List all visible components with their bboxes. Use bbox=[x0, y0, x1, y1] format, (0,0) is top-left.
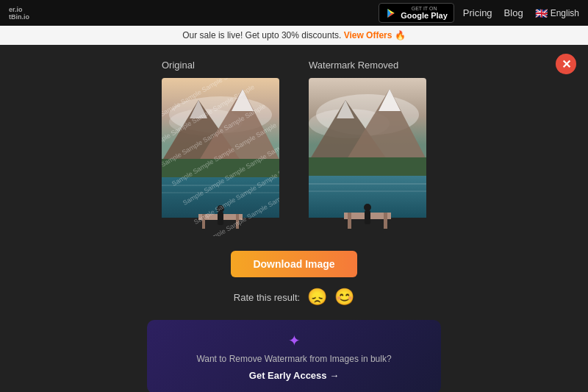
watermark-removed-label: Watermark Removed bbox=[309, 60, 398, 71]
google-play-label: Google Play bbox=[401, 11, 448, 20]
logo-line2: tBin.io bbox=[9, 13, 29, 21]
download-button[interactable]: Download Image bbox=[231, 251, 356, 277]
pricing-link[interactable]: Pricing bbox=[463, 7, 492, 18]
watermark-removed-col: Watermark Removed bbox=[309, 60, 426, 236]
language-label: English bbox=[551, 8, 579, 18]
svg-rect-36 bbox=[309, 183, 426, 185]
bulk-promo-icon: ✦ bbox=[162, 332, 426, 349]
header: er.io tBin.io GET IT ON Google Play Pric… bbox=[0, 0, 588, 26]
language-selector[interactable]: 🇬🇧 English bbox=[535, 7, 579, 19]
flag-icon: 🇬🇧 bbox=[535, 7, 548, 19]
google-play-button[interactable]: GET IT ON Google Play bbox=[379, 3, 454, 23]
watermark-removed-image-container bbox=[309, 78, 426, 236]
svg-rect-34 bbox=[309, 157, 426, 178]
logo-line1: er.io bbox=[9, 6, 29, 13]
close-button[interactable]: ✕ bbox=[556, 54, 576, 74]
original-image: Sample Sample Sample Sample Sample Sampl… bbox=[162, 78, 279, 236]
svg-rect-14 bbox=[162, 192, 279, 193]
thumbs-down-button[interactable]: 😞 bbox=[307, 288, 327, 307]
svg-point-41 bbox=[364, 204, 371, 211]
original-image-col: Original bbox=[162, 60, 279, 236]
thumbs-up-button[interactable]: 😊 bbox=[334, 288, 354, 307]
view-offers-link[interactable]: View Offers 🔥 bbox=[344, 30, 406, 40]
original-label: Original bbox=[162, 60, 195, 71]
images-row: Original bbox=[44, 60, 544, 236]
original-image-container: Sample Sample Sample Sample Sample Sampl… bbox=[162, 78, 279, 236]
svg-rect-37 bbox=[309, 190, 426, 192]
svg-rect-40 bbox=[384, 213, 387, 229]
bulk-promo: ✦ Want to Remove Watermark from Images i… bbox=[147, 320, 441, 392]
svg-rect-19 bbox=[218, 212, 223, 225]
svg-rect-39 bbox=[348, 213, 351, 229]
blog-link[interactable]: Blog bbox=[504, 7, 523, 18]
bulk-promo-text: Want to Remove Watermark from Images in … bbox=[162, 354, 426, 364]
sale-banner: Our sale is live! Get upto 30% discounts… bbox=[0, 26, 588, 45]
google-play-get-it: GET IT ON bbox=[401, 6, 448, 11]
sale-text: Our sale is live! Get upto 30% discounts… bbox=[182, 30, 341, 40]
watermark-removed-image bbox=[309, 78, 426, 236]
rate-label: Rate this result: bbox=[234, 292, 300, 303]
download-btn-label: Download Image bbox=[253, 258, 334, 270]
main-content: ✕ Original bbox=[0, 45, 588, 392]
svg-rect-42 bbox=[365, 210, 370, 224]
logo: er.io tBin.io bbox=[9, 6, 29, 21]
early-access-link[interactable]: Get Early Access → bbox=[249, 370, 339, 381]
header-nav: Pricing Blog 🇬🇧 English bbox=[463, 7, 579, 19]
rate-row: Rate this result: 😞 😊 bbox=[44, 288, 544, 307]
